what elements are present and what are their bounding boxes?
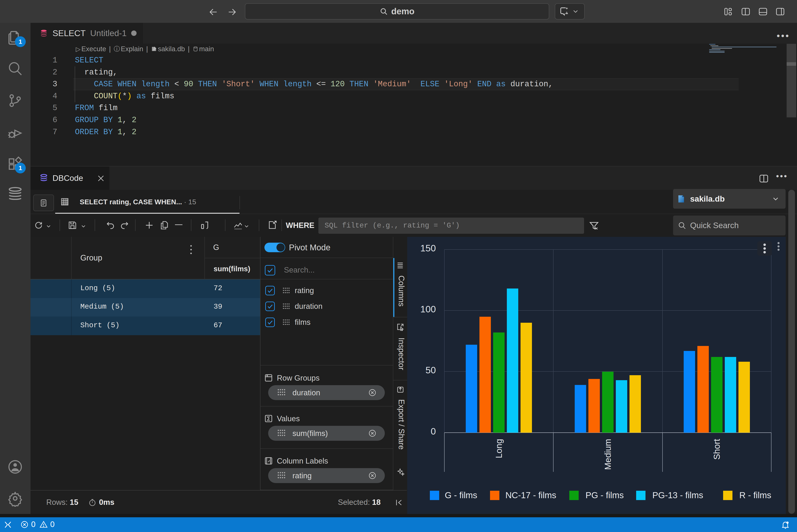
svg-text:PG-13 - films: PG-13 - films [652, 490, 703, 500]
svg-text:PG - films: PG - films [586, 490, 624, 500]
svg-text:NC-17 - films: NC-17 - films [505, 490, 556, 500]
svg-text:100: 100 [420, 304, 436, 315]
svg-text:R - films: R - films [739, 490, 771, 500]
svg-text:50: 50 [425, 365, 436, 375]
svg-text:150: 150 [420, 243, 436, 253]
svg-text:G - films: G - films [445, 490, 477, 500]
svg-text:0: 0 [431, 426, 436, 437]
svg-text:Short: Short [712, 439, 722, 460]
svg-text:Medium: Medium [603, 439, 613, 470]
svg-text:Long: Long [494, 439, 504, 458]
